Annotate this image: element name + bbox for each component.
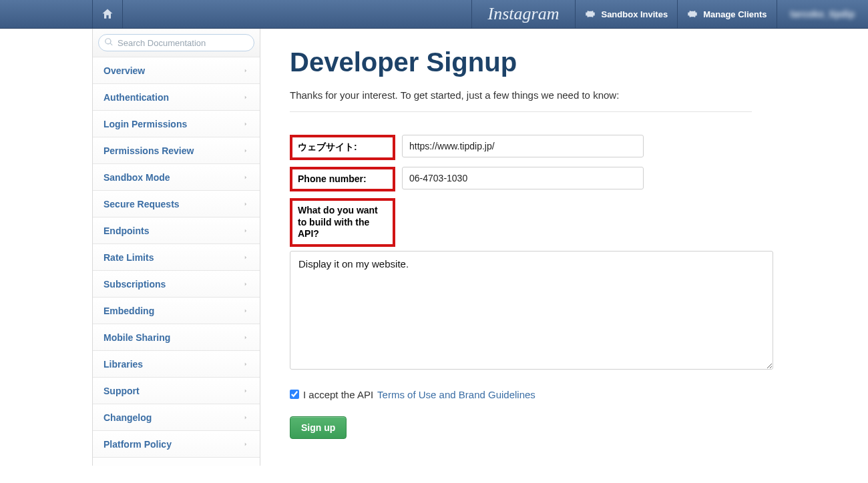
sidebar-item[interactable]: Subscriptions <box>93 271 260 298</box>
chevron-right-icon <box>242 226 249 235</box>
chevron-right-icon <box>242 440 249 449</box>
phone-row: Phone number: <box>290 167 752 192</box>
phone-input-wrap <box>402 167 644 192</box>
topbar-spacer <box>123 0 471 28</box>
sidebar-item[interactable]: Sandbox Mode <box>93 164 260 191</box>
sidebar-item-label: Changelog <box>103 412 152 423</box>
sidebar-item-label: Authentication <box>103 92 169 103</box>
page-title: Developer Signup <box>290 47 752 77</box>
brand[interactable]: Instagram <box>471 0 576 28</box>
sandbox-invites-button[interactable]: Sandbox Invites <box>576 0 678 28</box>
signup-button[interactable]: Sign up <box>290 416 347 439</box>
sidebar-item-label: Endpoints <box>103 225 149 236</box>
sidebar-item-label: Support <box>103 386 140 396</box>
chevron-right-icon <box>242 413 249 422</box>
home-icon <box>101 7 114 21</box>
chevron-right-icon <box>242 199 249 209</box>
page: OverviewAuthenticationLogin PermissionsP… <box>0 29 868 466</box>
chevron-right-icon <box>242 146 249 155</box>
sidebar-item[interactable]: Rate Limits <box>93 244 260 271</box>
user-menu[interactable]: tarcoko_tipdip <box>777 0 868 28</box>
gutter-left <box>0 29 92 466</box>
sidebar-item-label: Login Permissions <box>103 119 187 129</box>
terms-link[interactable]: Terms of Use and Brand Guidelines <box>377 389 535 400</box>
website-row: ウェブサイト: <box>290 135 752 160</box>
manage-clients-label: Manage Clients <box>703 9 767 19</box>
chevron-right-icon <box>242 93 249 102</box>
user-label: tarcoko_tipdip <box>791 9 855 19</box>
search-wrap <box>93 29 260 57</box>
home-button[interactable] <box>92 0 123 28</box>
search-input[interactable] <box>98 34 254 51</box>
gear-icon <box>687 9 698 19</box>
brand-text: Instagram <box>488 4 560 24</box>
sidebar-item-label: Libraries <box>103 359 143 370</box>
build-textarea-wrap <box>290 251 752 372</box>
chevron-right-icon <box>242 66 249 75</box>
sidebar-item[interactable]: Mobile Sharing <box>93 324 260 351</box>
sidebar-item[interactable]: Authentication <box>93 84 260 111</box>
chevron-right-icon <box>242 173 249 182</box>
sidebar-item[interactable]: Libraries <box>93 351 260 378</box>
website-label: ウェブサイト: <box>290 135 395 160</box>
chevron-right-icon <box>242 333 249 342</box>
phone-input[interactable] <box>402 167 644 189</box>
chevron-right-icon <box>242 306 249 316</box>
topbar: Instagram Sandbox Invites Manage Clients… <box>0 0 868 29</box>
chevron-right-icon <box>242 280 249 289</box>
sidebar-item[interactable]: Endpoints <box>93 217 260 244</box>
phone-label: Phone number: <box>290 167 395 192</box>
sidebar-item[interactable]: Support <box>93 378 260 404</box>
accept-checkbox[interactable] <box>290 390 299 399</box>
intro-text: Thanks for your interest. To get started… <box>290 89 752 112</box>
website-input-wrap <box>402 135 644 160</box>
chevron-right-icon <box>242 360 249 369</box>
sidebar-item-label: Overview <box>103 65 145 76</box>
sidebar-item[interactable]: Platform Policy <box>93 431 260 458</box>
build-textarea[interactable] <box>290 251 773 370</box>
sidebar-item-label: Embedding <box>103 306 154 316</box>
sandbox-invites-label: Sandbox Invites <box>601 9 668 19</box>
chevron-right-icon <box>242 119 249 129</box>
sidebar-item[interactable]: Changelog <box>93 404 260 431</box>
sidebar-item-label: Permissions Review <box>103 145 194 156</box>
search-box <box>98 34 254 51</box>
sidebar-item-label: Secure Requests <box>103 199 180 209</box>
sidebar-item[interactable]: Permissions Review <box>93 137 260 164</box>
sidebar-item[interactable]: Login Permissions <box>93 111 260 137</box>
website-input[interactable] <box>402 135 644 157</box>
chevron-right-icon <box>242 386 249 396</box>
sidebar-item[interactable]: Embedding <box>93 298 260 324</box>
sidebar-item-label: Mobile Sharing <box>103 332 170 343</box>
sidebar-item-label: Platform Policy <box>103 439 172 450</box>
gear-icon <box>585 9 596 19</box>
accept-text: I accept the API <box>303 389 373 400</box>
sidebar-item-label: Sandbox Mode <box>103 172 170 183</box>
build-label: What do you want to build with the API? <box>290 198 395 247</box>
chevron-right-icon <box>242 253 249 262</box>
sidebar-item[interactable]: Overview <box>93 57 260 84</box>
manage-clients-button[interactable]: Manage Clients <box>678 0 777 28</box>
search-icon <box>104 37 114 47</box>
sidebar-item-label: Subscriptions <box>103 279 166 290</box>
main: Developer Signup Thanks for your interes… <box>260 29 781 466</box>
sidebar: OverviewAuthenticationLogin PermissionsP… <box>92 29 260 466</box>
nav-list: OverviewAuthenticationLogin PermissionsP… <box>93 57 260 458</box>
sidebar-item-label: Rate Limits <box>103 252 154 263</box>
build-row: What do you want to build with the API? <box>290 198 752 247</box>
sidebar-item[interactable]: Secure Requests <box>93 191 260 217</box>
accept-row: I accept the API Terms of Use and Brand … <box>290 389 752 400</box>
